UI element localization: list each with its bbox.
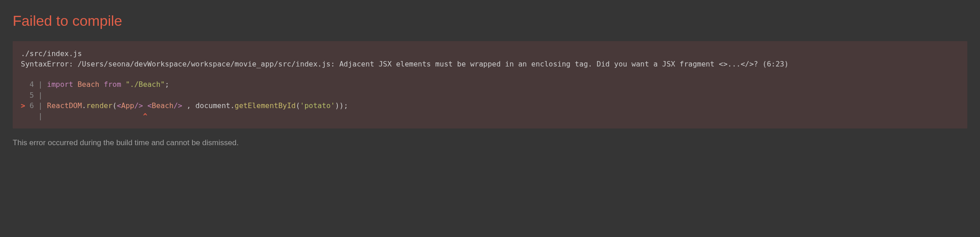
code-token: 'potato' xyxy=(300,101,335,110)
code-line: | ^ xyxy=(21,111,959,121)
footer-note: This error occurred during the build tim… xyxy=(13,138,967,147)
error-code-frame: 4 | import Beach from "./Beach"; 5 | > 6… xyxy=(21,79,959,121)
code-token: Beach xyxy=(152,101,173,110)
error-panel: ./src/index.js SyntaxError: /Users/seona… xyxy=(13,41,967,128)
code-token: import xyxy=(47,80,77,89)
code-gutter: 6 | xyxy=(29,101,47,110)
code-token: )); xyxy=(335,101,348,110)
error-message: SyntaxError: /Users/seona/devWorkspace/w… xyxy=(21,59,959,69)
code-line: > 6 | ReactDOM.render(<App/> <Beach/> , … xyxy=(21,100,959,111)
code-token: /> xyxy=(134,101,143,110)
code-token: /> xyxy=(173,101,182,110)
code-token: ; xyxy=(165,80,169,89)
code-token: ReactDOM xyxy=(47,101,82,110)
code-token: Beach xyxy=(77,80,99,89)
code-gutter: 4 | xyxy=(21,80,47,89)
error-file-line: ./src/index.js xyxy=(21,48,959,59)
code-token: . xyxy=(230,101,235,110)
code-token: ( xyxy=(296,101,300,110)
code-token: < xyxy=(117,101,121,110)
code-gutter: 5 | xyxy=(21,91,47,100)
code-gutter: | xyxy=(21,112,47,120)
code-token: . xyxy=(82,101,86,110)
code-token: render xyxy=(86,101,113,110)
code-token xyxy=(143,101,148,110)
code-token: from xyxy=(99,80,125,89)
error-title: Failed to compile xyxy=(13,13,967,29)
code-token: "./Beach" xyxy=(125,80,165,89)
code-token: < xyxy=(147,101,152,110)
code-token: ^ xyxy=(143,112,148,120)
code-token: App xyxy=(121,101,135,110)
code-token: document xyxy=(195,101,230,110)
error-line-marker: > xyxy=(21,101,29,110)
code-line: 4 | import Beach from "./Beach"; xyxy=(21,79,959,90)
code-token: ( xyxy=(112,101,117,110)
code-line: 5 | xyxy=(21,90,959,100)
code-token xyxy=(47,112,143,120)
code-token: , xyxy=(182,101,195,110)
code-token: getElementById xyxy=(235,101,296,110)
